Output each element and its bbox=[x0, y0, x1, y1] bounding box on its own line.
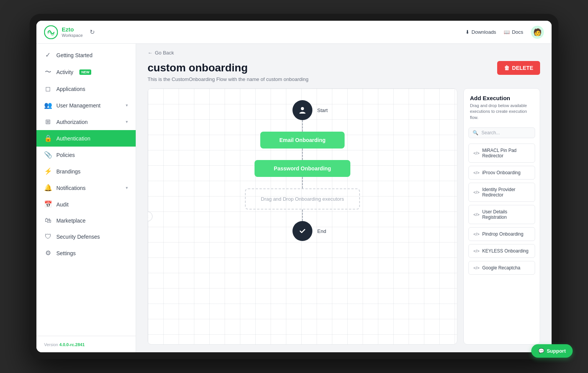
sidebar-item-label: Brandings bbox=[56, 168, 80, 175]
panel-subtitle: Drag and drop below available executions… bbox=[470, 103, 534, 120]
sidebar-item-label: Audit bbox=[56, 201, 69, 208]
code-icon: </> bbox=[473, 151, 480, 155]
new-badge: NEW bbox=[79, 69, 91, 75]
sidebar-item-label: Security Defenses bbox=[56, 234, 100, 240]
docs-icon: 📖 bbox=[504, 29, 510, 35]
getting-started-icon: ✓ bbox=[44, 51, 52, 59]
trash-icon: 🗑 bbox=[504, 65, 509, 71]
code-icon: </> bbox=[473, 212, 480, 217]
policies-icon: 📎 bbox=[44, 151, 52, 159]
sidebar-item-security-defenses[interactable]: 🛡 Security Defenses bbox=[36, 229, 136, 245]
connector bbox=[302, 149, 303, 160]
sidebar-item-user-management[interactable]: 👥 User Management ▾ bbox=[36, 97, 136, 114]
execution-item-identity[interactable]: </> Identity Provider Redirector bbox=[468, 183, 535, 202]
sidebar-item-applications[interactable]: ◻ Applications bbox=[36, 81, 136, 97]
search-input[interactable] bbox=[481, 130, 539, 135]
execution-item-label: Google Recaptcha bbox=[482, 265, 520, 271]
sidebar-item-label: Notifications bbox=[56, 185, 85, 191]
execution-item-user-details[interactable]: </> User Details Registration bbox=[468, 205, 535, 224]
code-icon: </> bbox=[473, 170, 480, 175]
execution-item-iproov[interactable]: </> iProov Onboarding bbox=[468, 166, 535, 180]
downloads-link[interactable]: ⬇ Downloads bbox=[465, 29, 496, 35]
panel-header: Add Execution Drag and drop below availa… bbox=[464, 89, 540, 124]
page-subtitle: This is the CustomOnboarding Flow with t… bbox=[148, 76, 540, 82]
execution-item-label: KEYLESS Onboarding bbox=[482, 248, 529, 254]
svg-point-1 bbox=[301, 107, 304, 110]
start-label: Start bbox=[317, 107, 328, 113]
sidebar-item-activity[interactable]: 〜 Activity NEW bbox=[36, 63, 136, 81]
main-layout: ✓ Getting Started 〜 Activity NEW ◻ Appli… bbox=[36, 44, 552, 352]
sidebar-item-getting-started[interactable]: ✓ Getting Started bbox=[36, 47, 136, 63]
canvas-grid: Start Email Onboarding Password Onboardi… bbox=[148, 89, 457, 344]
version-text: Version 4.0.0-rc.2841 bbox=[44, 342, 85, 347]
chevron-down-icon: ▾ bbox=[126, 103, 128, 108]
sidebar-item-settings[interactable]: ⚙ Settings bbox=[36, 245, 136, 261]
drop-zone[interactable]: Drag and Drop Onboarding executors bbox=[245, 188, 360, 210]
sidebar-item-notifications[interactable]: 🔔 Notifications ▾ bbox=[36, 180, 136, 196]
sidebar: ✓ Getting Started 〜 Activity NEW ◻ Appli… bbox=[36, 44, 136, 352]
logo-text: Ezto Workspace bbox=[62, 26, 83, 38]
page-title-row: custom onboarding 🗑 DELETE bbox=[148, 61, 540, 75]
drop-zone-node[interactable]: Drag and Drop Onboarding executors bbox=[245, 188, 360, 210]
brandings-icon: ⚡ bbox=[44, 167, 52, 175]
version-number: 4.0.0-rc.2841 bbox=[59, 342, 85, 347]
search-icon: 🔍 bbox=[473, 130, 478, 135]
connector bbox=[302, 210, 303, 221]
end-circle bbox=[292, 221, 312, 241]
flow-canvas: ‹ Start bbox=[148, 88, 457, 345]
avatar[interactable]: 🧑 bbox=[531, 26, 544, 39]
sidebar-item-label: Getting Started bbox=[56, 52, 92, 58]
app-workspace: Workspace bbox=[62, 33, 83, 38]
email-onboarding-node[interactable]: Email Onboarding bbox=[260, 132, 345, 149]
panel-search[interactable]: 🔍 bbox=[468, 127, 535, 138]
refresh-icon[interactable]: ↻ bbox=[90, 28, 95, 36]
end-node: End bbox=[292, 221, 312, 241]
code-icon: </> bbox=[473, 266, 480, 270]
notifications-icon: 🔔 bbox=[44, 184, 52, 192]
sidebar-item-label: Policies bbox=[56, 152, 75, 158]
sidebar-item-label: Authentication bbox=[56, 135, 90, 142]
email-onboarding-block[interactable]: Email Onboarding bbox=[260, 132, 345, 149]
execution-item-keyless[interactable]: </> KEYLESS Onboarding bbox=[468, 244, 535, 258]
back-link[interactable]: ← Go Back bbox=[148, 50, 540, 56]
password-onboarding-node[interactable]: Password Onboarding bbox=[255, 160, 350, 177]
sidebar-item-marketplace[interactable]: 🛍 Marketplace bbox=[36, 213, 136, 229]
chevron-down-icon: ▾ bbox=[126, 185, 128, 190]
authorization-icon: ⊞ bbox=[44, 118, 52, 126]
sidebar-item-policies[interactable]: 📎 Policies bbox=[36, 147, 136, 163]
execution-item-google-recaptcha[interactable]: </> Google Recaptcha bbox=[468, 261, 535, 275]
activity-icon: 〜 bbox=[44, 68, 52, 76]
password-onboarding-block[interactable]: Password Onboarding bbox=[255, 160, 350, 177]
docs-link[interactable]: 📖 Docs bbox=[504, 29, 523, 35]
sidebar-nav: ✓ Getting Started 〜 Activity NEW ◻ Appli… bbox=[36, 44, 136, 336]
sidebar-item-label: User Management bbox=[56, 102, 100, 109]
security-defenses-icon: 🛡 bbox=[44, 233, 52, 241]
logo-area: Ezto Workspace ↻ bbox=[44, 25, 144, 39]
end-label: End bbox=[317, 228, 326, 234]
sidebar-item-label: Activity bbox=[56, 69, 73, 75]
sidebar-footer: Version 4.0.0-rc.2841 bbox=[36, 336, 136, 352]
panel-title: Add Execution bbox=[470, 95, 534, 101]
applications-icon: ◻ bbox=[44, 85, 52, 93]
sidebar-item-audit[interactable]: 📅 Audit bbox=[36, 196, 136, 213]
sidebar-item-brandings[interactable]: ⚡ Brandings bbox=[36, 163, 136, 180]
sidebar-item-label: Settings bbox=[56, 250, 76, 256]
code-icon: </> bbox=[473, 190, 480, 195]
delete-button[interactable]: 🗑 DELETE bbox=[497, 61, 540, 75]
execution-item-miracl[interactable]: </> MiRACL Pin Pad Redirector bbox=[468, 144, 535, 163]
support-button[interactable]: 💬 Support bbox=[531, 344, 573, 358]
content-area: ← Go Back custom onboarding 🗑 DELETE Thi… bbox=[136, 44, 552, 352]
sidebar-item-authentication[interactable]: 🔒 Authentication bbox=[36, 130, 136, 147]
marketplace-icon: 🛍 bbox=[44, 217, 52, 224]
authentication-icon: 🔒 bbox=[44, 134, 52, 142]
sidebar-item-authorization[interactable]: ⊞ Authorization ▾ bbox=[36, 114, 136, 130]
device-frame: Ezto Workspace ↻ ⬇ Downloads 📖 Docs 🧑 bbox=[30, 14, 558, 359]
back-arrow-icon: ← bbox=[148, 50, 153, 56]
start-node: Start bbox=[292, 100, 312, 120]
page-title: custom onboarding bbox=[148, 62, 248, 74]
sidebar-item-label: Marketplace bbox=[56, 218, 85, 224]
logo-icon bbox=[44, 25, 58, 39]
execution-item-pindrop[interactable]: </> Pindrop Onboarding bbox=[468, 227, 535, 241]
execution-item-label: MiRACL Pin Pad Redirector bbox=[482, 148, 530, 158]
app-container: Ezto Workspace ↻ ⬇ Downloads 📖 Docs 🧑 bbox=[36, 21, 552, 352]
